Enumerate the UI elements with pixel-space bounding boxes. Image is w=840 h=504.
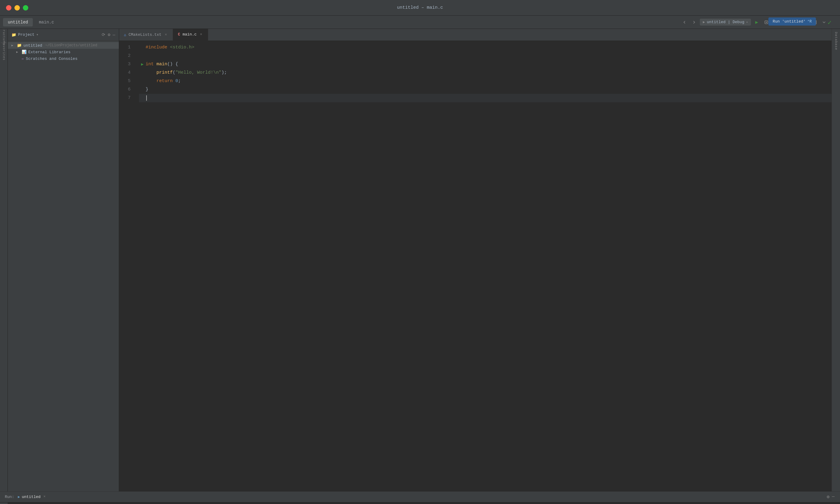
project-tree: ▶ 📁 untitled ~/CLionProjects/untitled ▶ … — [8, 41, 119, 63]
code-line-4: printf("Hello, World!\n"); — [139, 69, 832, 77]
project-dropdown-arrow[interactable]: ▾ — [36, 33, 38, 37]
bottom-right-icons: ⚙ — — [827, 494, 838, 500]
minimize-panel-icon[interactable]: — — [832, 494, 835, 500]
tree-libs-label: External Libraries — [28, 50, 70, 54]
run-gutter-3[interactable]: ▶ — [139, 60, 146, 69]
run-tab-close[interactable]: × — [42, 495, 47, 499]
code-line-3: ▶ int main() { — [139, 60, 832, 69]
checkmark-icon: ✓ — [828, 19, 832, 27]
editor-area: △ CMakeLists.txt × C main.c × 1 2 3 4 5 … — [119, 29, 832, 491]
activity-structure[interactable]: Structure — [1, 32, 7, 38]
activity-bar: Structure Favorites — [0, 29, 8, 491]
window-title: untitled – main.c — [397, 5, 443, 10]
run-name-tab[interactable]: ▶ untitled × — [18, 495, 47, 499]
code-line-1: #include <stdio.h> — [139, 43, 832, 52]
close-button[interactable] — [6, 5, 12, 11]
run-config-icon: ▶ — [703, 20, 705, 24]
app-tab-untitled[interactable]: untitled — [3, 18, 33, 26]
cmake-file-icon: △ — [124, 33, 126, 37]
run-tab-name: untitled — [22, 495, 40, 499]
app-tabs-row: untitled main.c ▶ untitled | Debug ▾ ▶ — [0, 16, 840, 29]
code-editor[interactable]: 1 2 3 4 5 6 7 #include <stdio.h> — [119, 41, 832, 491]
database-panel: Database — [832, 29, 840, 491]
navigate-forward-button[interactable] — [690, 18, 698, 26]
bottom-panel: Run: ▶ untitled × ⚙ — ▶ ↑ ↓ ⊟ 📌 ↩ 🖨 🗑 /U… — [0, 491, 840, 504]
sidebar-actions: ⟳ ⚙ — — [102, 32, 115, 37]
line-numbers: 1 2 3 4 5 6 7 — [119, 41, 134, 491]
collapse-icon[interactable]: — — [113, 33, 115, 37]
expand-arrow-libs-icon: ▶ — [16, 50, 20, 54]
chevron-down-icon: ▾ — [746, 20, 748, 24]
main-layout: Structure Favorites 📁 Project ▾ ⟳ ⚙ — ▶ … — [0, 29, 840, 491]
activity-favorites[interactable]: Favorites — [1, 48, 7, 54]
expand-arrow-icon: ▶ — [12, 43, 15, 47]
tree-item-scratches[interactable]: ✏ Scratches and Consoles — [8, 55, 119, 62]
tab-mainc-close[interactable]: × — [199, 33, 203, 37]
library-icon: 📊 — [22, 50, 27, 54]
console-output: /Users/liumiao/CLionProjects/untitled/cm… — [8, 503, 840, 504]
tree-project-name: untitled — [23, 43, 42, 48]
run-config-label: untitled | Debug — [707, 20, 744, 24]
run-untitled-popup[interactable]: Run 'untitled' ⌃R — [768, 17, 816, 25]
run-icon: ▶ — [18, 495, 20, 499]
scratches-icon: ✏ — [22, 56, 24, 61]
code-content[interactable]: #include <stdio.h> ▶ int main() { — [134, 41, 832, 491]
expand-button[interactable] — [820, 18, 828, 26]
tree-scratches-label: Scratches and Consoles — [26, 56, 77, 61]
run-config-dropdown[interactable]: ▶ untitled | Debug ▾ — [700, 19, 751, 25]
navigate-back-button[interactable] — [681, 18, 688, 26]
maximize-button[interactable] — [23, 5, 28, 11]
settings-icon[interactable]: ⚙ — [827, 494, 829, 500]
titlebar: untitled – main.c — [0, 0, 840, 16]
c-file-icon: C — [178, 33, 180, 37]
bottom-tabs: Run: ▶ untitled × ⚙ — — [0, 492, 840, 503]
code-line-7 — [139, 94, 832, 102]
run-button[interactable]: ▶ — [753, 18, 760, 26]
tab-cmake-label: CMakeLists.txt — [128, 33, 161, 37]
sidebar-title-label: Project — [18, 33, 35, 37]
run-shortcut: ⌃R — [807, 19, 812, 24]
window-controls[interactable] — [6, 5, 28, 11]
tab-mainc-label: main.c — [182, 32, 197, 37]
tree-item-project[interactable]: ▶ 📁 untitled ~/CLionProjects/untitled — [8, 42, 119, 49]
project-sidebar: 📁 Project ▾ ⟳ ⚙ — ▶ 📁 untitled ~/CLionPr… — [8, 29, 119, 491]
tree-item-external-libs[interactable]: ▶ 📊 External Libraries — [8, 49, 119, 55]
sync-icon[interactable]: ⟳ — [102, 32, 105, 37]
console-layout: ▶ ↑ ↓ ⊟ 📌 ↩ 🖨 🗑 /Users/liumiao/CLionProj… — [0, 503, 840, 504]
database-label[interactable]: Database — [834, 32, 838, 50]
tree-project-path: ~/CLionProjects/untitled — [45, 43, 97, 48]
code-line-6: } — [139, 85, 832, 94]
tab-cmake[interactable]: △ CMakeLists.txt × — [119, 29, 173, 41]
folder-icon: 📁 — [17, 43, 22, 48]
app-tab-mainc[interactable]: main.c — [34, 18, 59, 26]
gear-icon[interactable]: ⚙ — [108, 32, 110, 37]
code-line-2 — [139, 52, 832, 60]
tab-mainc[interactable]: C main.c × — [173, 29, 208, 41]
editor-tabs: △ CMakeLists.txt × C main.c × — [119, 29, 832, 41]
tab-cmake-close[interactable]: × — [164, 33, 168, 37]
svg-point-1 — [766, 22, 767, 23]
console-buttons: ▶ ↑ ↓ ⊟ 📌 ↩ 🖨 🗑 — [0, 503, 8, 504]
run-label: Run: — [2, 495, 17, 499]
code-line-5: return 0; — [139, 77, 832, 85]
run-line-button[interactable]: ▶ — [141, 60, 143, 69]
sidebar-header: 📁 Project ▾ ⟳ ⚙ — — [8, 29, 119, 41]
sidebar-title: 📁 Project ▾ — [12, 33, 38, 37]
run-untitled-label: Run 'untitled' — [773, 19, 805, 24]
minimize-button[interactable] — [14, 5, 20, 11]
app-tabs: untitled main.c — [0, 18, 62, 26]
